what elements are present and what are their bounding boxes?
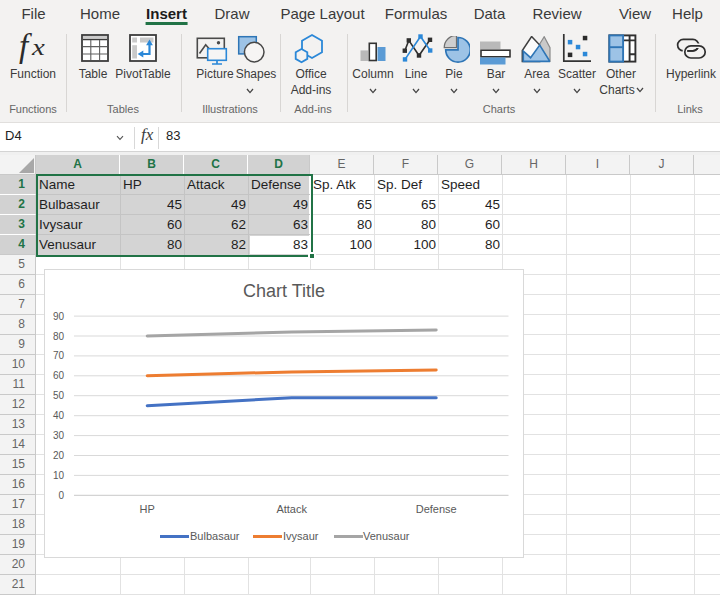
svg-text:90: 90 [53,311,65,322]
svg-text:50: 50 [53,390,65,401]
svg-text:20: 20 [53,450,65,461]
svg-text:0: 0 [58,490,64,501]
svg-text:Defense: Defense [416,503,457,515]
svg-text:30: 30 [53,430,65,441]
svg-text:Attack: Attack [276,503,307,515]
svg-text:Venusaur: Venusaur [363,530,410,542]
svg-text:60: 60 [53,370,65,381]
svg-text:Chart Title: Chart Title [243,281,325,301]
svg-text:10: 10 [53,470,65,481]
svg-text:Ivysaur: Ivysaur [283,530,319,542]
svg-text:HP: HP [140,503,155,515]
svg-text:Bulbasaur: Bulbasaur [190,530,240,542]
svg-text:80: 80 [53,331,65,342]
svg-text:40: 40 [53,410,65,421]
svg-text:70: 70 [53,350,65,361]
